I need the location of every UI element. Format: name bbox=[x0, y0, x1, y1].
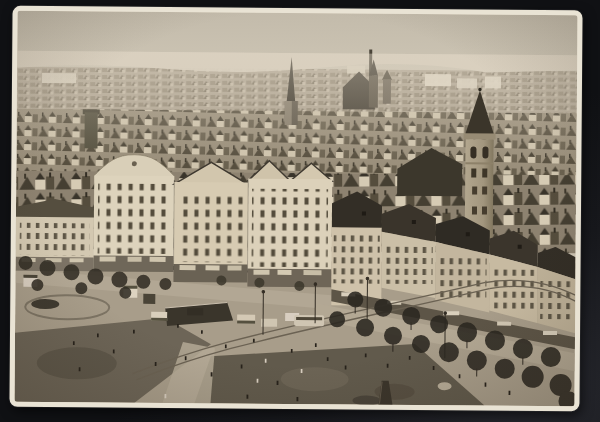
photo-scene bbox=[14, 11, 577, 406]
postcard bbox=[9, 6, 582, 411]
aerial-photo bbox=[14, 11, 577, 406]
scan-background bbox=[0, 0, 600, 422]
photo-vignette bbox=[14, 11, 577, 406]
